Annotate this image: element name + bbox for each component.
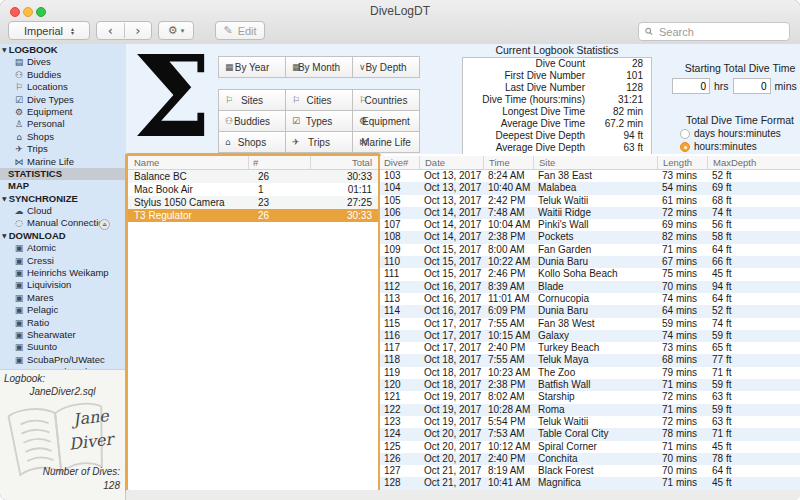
column-header-name[interactable]: Name — [128, 156, 248, 169]
sidebar-item[interactable]: ▼ ▣ Heinrichs Weikamp ⏏ — [0, 267, 126, 279]
sidebar-item[interactable]: ▼ ▣ Cressi ⏏ — [0, 255, 126, 267]
search-input[interactable] — [657, 25, 783, 39]
sidebar-item-label: Cressi — [27, 255, 54, 267]
sidebar-item[interactable]: ▼ ◌ Manual Connection ⏏ — [0, 217, 126, 229]
disclosure-triangle-icon[interactable]: ▼ — [2, 230, 7, 242]
dive-row[interactable]: 110 Oct 15, 2017 10:22 AM Dunia Baru 67 … — [380, 256, 800, 268]
column-header-date[interactable]: Date — [419, 156, 483, 169]
back-button[interactable]: ‹ — [97, 23, 125, 38]
dive-row[interactable]: 118 Oct 18, 2017 7:55 AM Teluk Maya 68 m… — [380, 354, 800, 366]
sidebar-item-label: Buddies — [27, 69, 61, 81]
sidebar-item[interactable]: ▼ ▼ DOWNLOAD ⏏ — [0, 230, 126, 242]
sidebar-item[interactable]: ▼ ▣ Shearwater ⏏ — [0, 329, 126, 341]
sidebar-item[interactable]: ▼ ⚐ Locations ⏏ — [0, 81, 126, 93]
dive-row[interactable]: 103 Oct 13, 2017 8:24 AM Fan 38 East 73 … — [380, 170, 800, 182]
dive-row[interactable]: 112 Oct 16, 2017 8:39 AM Blade 70 mins 9… — [380, 281, 800, 293]
column-header-count[interactable]: # — [248, 156, 310, 169]
dive-row[interactable]: 123 Oct 19, 2017 5:54 PM Teluk Waitii 72… — [380, 416, 800, 428]
column-header-length[interactable]: Length — [657, 156, 707, 169]
dive-row[interactable]: 106 Oct 14, 2017 7:48 AM Waitii Ridge 72… — [380, 207, 800, 219]
summary-button[interactable]: ⚇ Buddies — [218, 110, 286, 132]
sidebar-item[interactable]: ▼ ⋈ Marine Life ⏏ — [0, 156, 126, 168]
time-format-radio[interactable]: hours:minutes — [680, 141, 757, 152]
personal-icon: ♙ — [13, 118, 25, 130]
dive-maxdepth: 59 ft — [707, 379, 800, 391]
sidebar-item[interactable]: ▼ ▣ Pelagic ⏏ — [0, 304, 126, 316]
units-popup[interactable]: Imperial ▴▾ — [8, 21, 90, 40]
column-header-total[interactable]: Total — [310, 156, 378, 169]
radio-dot-icon[interactable] — [680, 142, 690, 152]
sidebar-item[interactable]: ▼ ▣ Suunto ⏏ — [0, 341, 126, 353]
dive-row[interactable]: 113 Oct 16, 2017 11:01 AM Cornucopia 74 … — [380, 293, 800, 305]
dive-row[interactable]: 117 Oct 17, 2017 2:40 PM Turkey Beach 73… — [380, 342, 800, 354]
dive-row[interactable]: 121 Oct 19, 2017 8:02 AM Starship 72 min… — [380, 391, 800, 403]
dive-row[interactable]: 125 Oct 20, 2017 10:12 AM Spiral Corner … — [380, 441, 800, 453]
sidebar-item[interactable]: ▼ ▣ Mares ⏏ — [0, 292, 126, 304]
summary-button[interactable]: ⚐ Sites — [218, 89, 286, 111]
dive-number: 117 — [380, 342, 419, 354]
dive-row[interactable]: 108 Oct 14, 2017 2:38 PM Pockets 82 mins… — [380, 231, 800, 243]
equipment-row[interactable]: Balance BC 26 30:33 — [128, 170, 378, 183]
summary-button[interactable]: ⚐ Countries — [352, 89, 420, 111]
dive-row[interactable]: 104 Oct 13, 2017 10:40 AM Malabea 54 min… — [380, 182, 800, 194]
sidebar-item[interactable]: ▼ ⚇ Buddies ⏏ — [0, 69, 126, 81]
dive-row[interactable]: 115 Oct 17, 2017 7:55 AM Fan 38 West 59 … — [380, 318, 800, 330]
summary-button[interactable]: ⚐ Cities — [285, 89, 353, 111]
equipment-row[interactable]: Stylus 1050 Camera 23 27:25 — [128, 196, 378, 209]
dive-row[interactable]: 105 Oct 13, 2017 2:42 PM Teluk Waitii 61… — [380, 195, 800, 207]
dive-row[interactable]: 126 Oct 20, 2017 2:40 PM Conchita 70 min… — [380, 453, 800, 465]
sidebar-item[interactable]: ▼ ⚙ Equipment ⏏ — [0, 106, 126, 118]
dive-row[interactable]: 128 Oct 21, 2017 10:41 AM Magnifica 71 m… — [380, 477, 800, 489]
sidebar-item[interactable]: ▼ ▣ Atomic ⏏ — [0, 242, 126, 254]
column-header-site[interactable]: Site — [533, 156, 657, 169]
summary-button[interactable]: ▦ By Year — [218, 56, 286, 78]
summary-button[interactable]: ▦ By Month — [285, 56, 353, 78]
sidebar-item[interactable]: ▼ MAP ⏏ — [0, 180, 126, 192]
edit-button[interactable]: ✎ Edit — [215, 21, 265, 40]
minutes-input[interactable] — [733, 78, 771, 94]
column-header-maxdepth[interactable]: MaxDepth — [707, 156, 800, 169]
summary-button[interactable]: ✈ Trips — [285, 131, 353, 153]
dive-row[interactable]: 116 Oct 17, 2017 10:15 AM Galaxy 74 mins… — [380, 330, 800, 342]
summary-button[interactable]: ⚙ Equipment — [352, 110, 420, 132]
stats-row-label: Average Dive Depth — [463, 142, 597, 154]
sidebar-item[interactable]: ▼ STATISTICS ⏏ — [0, 168, 126, 180]
dive-row[interactable]: 114 Oct 16, 2017 6:09 PM Dunia Baru 64 m… — [380, 305, 800, 317]
summary-button[interactable]: ⌂ Shops — [218, 131, 286, 153]
equipment-row[interactable]: Mac Book Air 1 01:11 — [128, 183, 378, 196]
dive-maxdepth: 71 ft — [707, 367, 800, 379]
time-format-radio[interactable]: days hours:minutes — [680, 128, 781, 139]
summary-button[interactable]: ⋈ Marine Life — [352, 131, 420, 153]
sidebar-item[interactable]: ▼ ▼ SYNCHRONIZE ⏏ — [0, 193, 126, 205]
sidebar-item[interactable]: ▼ ☑ Dive Types ⏏ — [0, 94, 126, 106]
dive-row[interactable]: 119 Oct 18, 2017 10:23 AM The Zoo 79 min… — [380, 367, 800, 379]
sidebar-item[interactable]: ▼ ⌂ Shops ⏏ — [0, 131, 126, 143]
logbook-label: Logbook: — [4, 373, 45, 384]
dive-row[interactable]: 111 Oct 15, 2017 2:46 PM Kollo Soha Beac… — [380, 268, 800, 280]
sidebar-item[interactable]: ▼ ▤ Dives ⏏ — [0, 56, 126, 68]
search-field[interactable] — [638, 22, 790, 41]
sidebar-item[interactable]: ▼ ▣ Liquivision ⏏ — [0, 279, 126, 291]
radio-dot-icon[interactable] — [680, 129, 690, 139]
sidebar-item[interactable]: ▼ ▣ ScubaPro/UWatec ⏏ — [0, 354, 126, 366]
sidebar-item[interactable]: ▼ ☁ Cloud ⏏ — [0, 205, 126, 217]
summary-button[interactable]: ∨ By Depth — [352, 56, 420, 78]
equipment-row[interactable]: T3 Regulator 26 30:33 — [128, 209, 378, 222]
dive-row[interactable]: 109 Oct 15, 2017 8:00 AM Fan Garden 71 m… — [380, 244, 800, 256]
sidebar-item[interactable]: ▼ ▼ LOGBOOK ⏏ — [0, 44, 126, 56]
dive-maxdepth: 74 ft — [707, 207, 800, 219]
sidebar-item[interactable]: ▼ ▣ Ratio ⏏ — [0, 317, 126, 329]
summary-button[interactable]: ☑ Types — [285, 110, 353, 132]
column-header-time[interactable]: Time — [483, 156, 533, 169]
dive-row[interactable]: 107 Oct 14, 2017 10:04 AM Pinki's Wall 6… — [380, 219, 800, 231]
hours-input[interactable] — [672, 78, 710, 94]
dive-row[interactable]: 122 Oct 19, 2017 10:28 AM Roma 71 mins 5… — [380, 404, 800, 416]
dive-row[interactable]: 124 Oct 20, 2017 7:53 AM Table Coral Cit… — [380, 428, 800, 440]
dive-row[interactable]: 127 Oct 21, 2017 8:19 AM Black Forest 70… — [380, 465, 800, 477]
sidebar-item[interactable]: ▼ ✈ Trips ⏏ — [0, 143, 126, 155]
disclosure-triangle-icon[interactable]: ▼ — [2, 193, 7, 205]
column-header-dive-number[interactable]: Dive# — [380, 156, 419, 169]
dive-row[interactable]: 120 Oct 18, 2017 2:38 PM Batfish Wall 71… — [380, 379, 800, 391]
disclosure-triangle-icon[interactable]: ▼ — [2, 44, 7, 56]
sidebar-item[interactable]: ▼ ♙ Personal ⏏ — [0, 118, 126, 130]
